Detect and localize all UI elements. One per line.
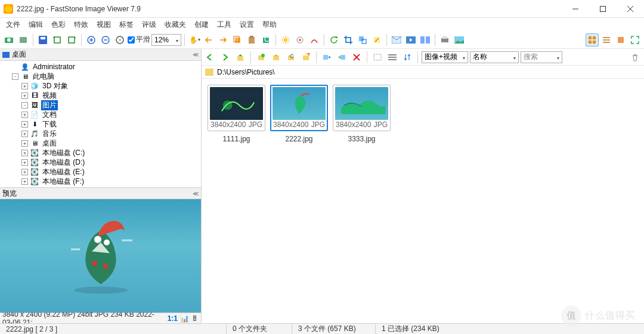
view-mode-icon[interactable] [386, 51, 399, 64]
menu-特效[interactable]: 特效 [70, 18, 92, 31]
new-folder-icon[interactable]: ✱ [299, 51, 312, 64]
close-button[interactable] [617, 0, 644, 18]
draw-icon[interactable] [370, 33, 383, 47]
expand-icon[interactable]: - [12, 73, 18, 80]
menu-视图[interactable]: 视图 [93, 18, 114, 31]
menu-标签[interactable]: 标签 [116, 18, 137, 31]
menu-帮助[interactable]: 帮助 [259, 18, 280, 31]
minimize-button[interactable] [562, 0, 589, 18]
paste-icon[interactable] [245, 33, 258, 47]
nav-forward-icon[interactable] [219, 51, 232, 64]
filter-dropdown[interactable]: 图像+视频 [422, 51, 468, 63]
view-list-icon[interactable] [600, 33, 613, 47]
expand-icon[interactable]: + [21, 159, 28, 166]
curves-icon[interactable] [308, 33, 321, 47]
rotate-right-icon[interactable] [65, 33, 78, 47]
sun-icon[interactable] [279, 33, 292, 47]
copy-icon[interactable] [231, 33, 244, 47]
rotate-left-icon[interactable] [51, 33, 64, 47]
menu-评级[interactable]: 评级 [138, 18, 160, 31]
sort-dropdown[interactable]: 名称 [470, 51, 519, 63]
smooth-checkbox[interactable]: 平滑 [128, 35, 150, 45]
menu-工具[interactable]: 工具 [213, 18, 235, 31]
expand-icon[interactable] [12, 64, 18, 70]
view-single-icon[interactable] [614, 33, 627, 47]
print-icon[interactable] [438, 33, 451, 47]
refresh-icon[interactable] [327, 33, 340, 47]
thumbnail[interactable]: 3840x2400JPG1111.jpg [208, 85, 265, 143]
expand-icon[interactable]: + [21, 140, 28, 147]
tree-item[interactable]: +📄文档 [0, 110, 201, 119]
tree-item[interactable]: +💽本地磁盘 (F:) [0, 177, 201, 186]
histogram-icon[interactable]: 📊 [180, 314, 189, 323]
tree-item[interactable]: +💽本地磁盘 (C:) [0, 148, 201, 157]
menu-创建[interactable]: 创建 [191, 18, 212, 31]
scan-icon[interactable] [17, 33, 30, 47]
zoom-fit-icon[interactable] [113, 33, 126, 47]
save-icon[interactable] [36, 33, 49, 47]
expand-icon[interactable]: + [21, 150, 28, 156]
fav-open-icon[interactable] [270, 51, 283, 64]
crop-icon[interactable] [342, 33, 355, 47]
menu-设置[interactable]: 设置 [236, 18, 258, 31]
select-all-icon[interactable] [371, 51, 384, 64]
slider-icon[interactable]: 🎚 [191, 314, 199, 323]
wallpaper-icon[interactable] [453, 33, 466, 47]
tree-item[interactable]: +🖥桌面 [0, 138, 201, 148]
nav-back-icon[interactable] [204, 51, 217, 64]
compare-icon[interactable] [419, 33, 432, 47]
tree-item[interactable]: +💽本地磁盘 (D:) [0, 157, 201, 167]
move-to-icon[interactable] [335, 51, 348, 64]
undo-icon[interactable] [202, 33, 215, 47]
tree-item[interactable]: +🎵音乐 [0, 129, 201, 138]
zoom-in-icon[interactable] [85, 33, 98, 47]
copy-to-icon[interactable] [320, 51, 333, 64]
fullscreen-icon[interactable] [628, 33, 642, 47]
preview-collapse-icon[interactable]: ≪ [193, 190, 199, 197]
maximize-button[interactable] [589, 0, 617, 18]
resize-icon[interactable] [356, 33, 369, 47]
expand-icon[interactable]: + [21, 169, 28, 175]
search-input[interactable]: 搜索 [521, 51, 562, 63]
tree-item[interactable]: +💽本地磁盘 (E:) [0, 167, 201, 177]
batch-icon[interactable]: CB [259, 33, 273, 47]
menu-收藏夹[interactable]: 收藏夹 [161, 18, 190, 31]
menu-色彩[interactable]: 色彩 [48, 18, 69, 31]
tree-item[interactable]: +⬇下载 [0, 119, 201, 129]
menu-编辑[interactable]: 编辑 [25, 18, 47, 31]
tree-item[interactable]: 👤Administrator [0, 62, 201, 72]
expand-icon[interactable]: + [21, 112, 28, 118]
adjust-icon[interactable] [293, 33, 306, 47]
menu-文件[interactable]: 文件 [2, 18, 24, 31]
fav-add-icon[interactable] [255, 51, 268, 64]
acquire-icon[interactable] [2, 33, 16, 47]
expand-icon[interactable]: + [21, 178, 28, 185]
slideshow-icon[interactable] [404, 33, 417, 47]
tree-collapse-icon[interactable]: ≪ [193, 51, 199, 58]
thumbnail[interactable]: 3840x2400JPG2222.jpg [270, 85, 328, 143]
history-icon[interactable] [284, 51, 298, 64]
expand-icon[interactable]: + [21, 121, 28, 128]
expand-icon[interactable]: + [21, 131, 28, 137]
expand-icon[interactable]: + [21, 83, 28, 89]
preview-pane[interactable] [0, 199, 201, 313]
sort-icon[interactable] [401, 51, 414, 64]
view-thumbnails-icon[interactable] [586, 33, 599, 47]
tree-item[interactable]: -🖥此电脑 [0, 72, 201, 81]
recycle-icon[interactable] [628, 51, 642, 64]
expand-icon[interactable]: - [21, 102, 28, 109]
tree-item[interactable]: -🖼图片 [0, 100, 201, 110]
zoom-out-icon[interactable] [99, 33, 112, 47]
folder-tree[interactable]: 👤Administrator-🖥此电脑+🧊3D 对象+🎞视频-🖼图片+📄文档+⬇… [0, 61, 201, 187]
redo-icon[interactable] [216, 33, 230, 47]
expand-icon[interactable]: + [21, 92, 28, 99]
nav-up-icon[interactable] [234, 51, 247, 64]
tree-item[interactable]: +🧊3D 对象 [0, 81, 201, 91]
path-bar[interactable]: D:\Users\Pictures\ [202, 66, 644, 79]
delete-icon[interactable] [350, 51, 363, 64]
hand-icon[interactable]: ✋ [188, 33, 201, 47]
thumbnail[interactable]: 3840x2400JPG3333.jpg [333, 85, 391, 143]
tree-item[interactable]: +🎞视频 [0, 91, 201, 100]
email-icon[interactable] [390, 33, 403, 47]
zoom-input[interactable]: 12% [151, 34, 181, 46]
